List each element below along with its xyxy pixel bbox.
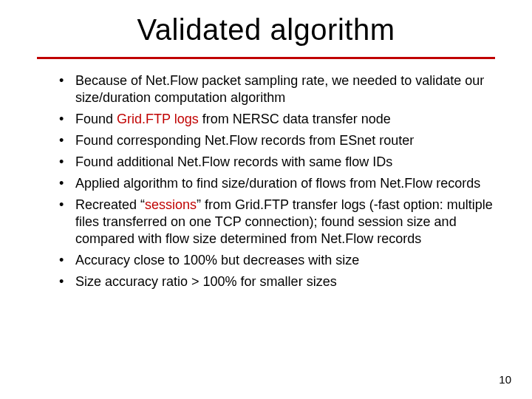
bullet-text: Found additional Net.Flow records with s…	[75, 154, 392, 169]
bullet-item: Size accuracy ratio > 100% for smaller s…	[59, 273, 495, 290]
bullet-item: Found corresponding Net.Flow records fro…	[59, 132, 495, 149]
bullet-item: Because of Net.Flow packet sampling rate…	[59, 72, 495, 106]
bullet-item: Found additional Net.Flow records with s…	[59, 154, 495, 171]
bullet-text-post: from NERSC data transfer node	[199, 112, 391, 126]
bullet-item: Recreated “sessions” from Grid.FTP trans…	[59, 197, 495, 248]
title-divider	[37, 57, 495, 59]
bullet-text: Because of Net.Flow packet sampling rate…	[75, 73, 484, 105]
bullet-text-accent: sessions	[145, 197, 197, 212]
slide-title: Validated algorithm	[37, 13, 495, 47]
bullet-text-pre: Recreated “	[75, 197, 145, 212]
bullet-list: Because of Net.Flow packet sampling rate…	[37, 72, 495, 290]
slide: Validated algorithm Because of Net.Flow …	[0, 0, 532, 399]
bullet-item: Applied algorithm to find size/duration …	[59, 175, 495, 192]
bullet-text-pre: Found	[75, 112, 117, 126]
bullet-text: Accuracy close to 100% but decreases wit…	[75, 253, 359, 267]
bullet-text: Size accuracy ratio > 100% for smaller s…	[75, 274, 337, 289]
page-number: 10	[499, 373, 511, 386]
bullet-item: Found Grid.FTP logs from NERSC data tran…	[59, 111, 495, 128]
bullet-text: Found corresponding Net.Flow records fro…	[75, 133, 414, 148]
bullet-text-accent: Grid.FTP logs	[117, 112, 199, 126]
bullet-item: Accuracy close to 100% but decreases wit…	[59, 252, 495, 269]
bullet-text: Applied algorithm to find size/duration …	[75, 176, 480, 191]
